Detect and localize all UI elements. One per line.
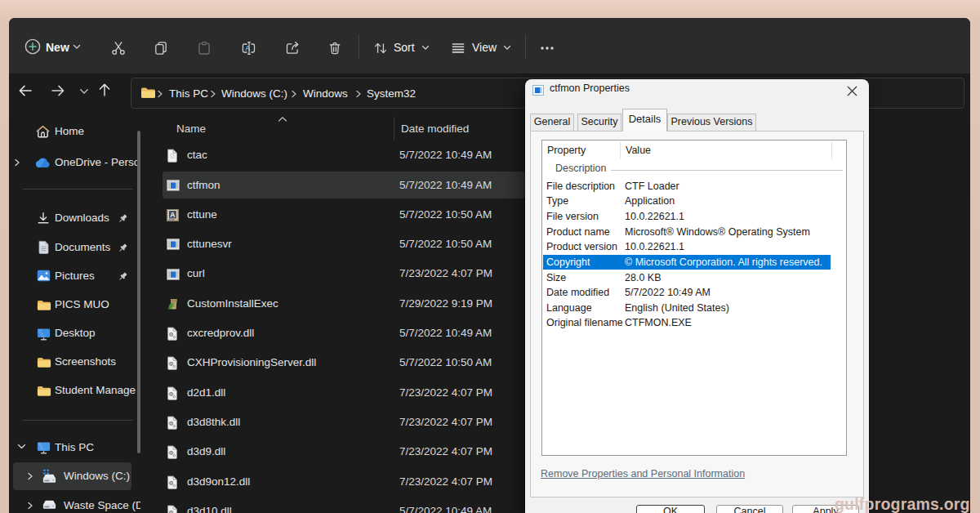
svg-text:A: A [245, 43, 251, 52]
svg-text:A: A [170, 211, 175, 219]
